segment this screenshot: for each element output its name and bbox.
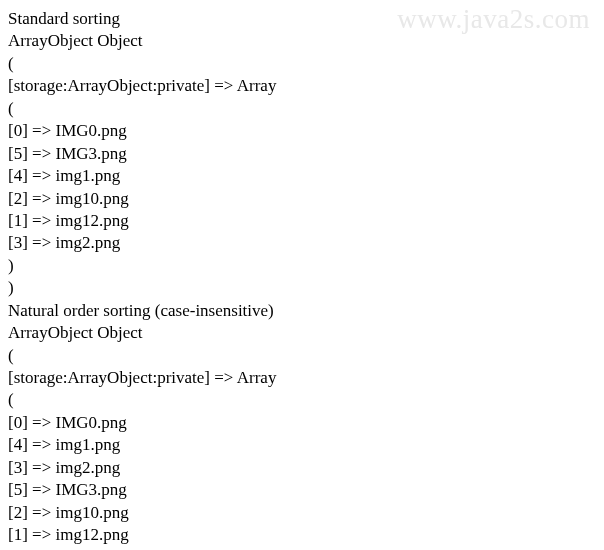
output-line: ( [8,53,604,75]
output-line: [3] => img2.png [8,232,604,254]
output-line: Natural order sorting (case-insensitive) [8,300,604,322]
output-line: ( [8,389,604,411]
output-line: [1] => img12.png [8,210,604,232]
watermark-text: www.java2s.com [397,2,590,38]
output-line: ( [8,345,604,367]
output-line: [2] => img10.png [8,502,604,524]
code-output: Standard sorting ArrayObject Object ( [s… [8,8,604,550]
output-line: [4] => img1.png [8,434,604,456]
output-line: [2] => img10.png [8,188,604,210]
output-line: ) [8,277,604,299]
output-line: ) [8,255,604,277]
output-line: [storage:ArrayObject:private] => Array [8,75,604,97]
output-line: ( [8,98,604,120]
output-line: [storage:ArrayObject:private] => Array [8,367,604,389]
output-line: [3] => img2.png [8,457,604,479]
output-line: [5] => IMG3.png [8,143,604,165]
output-line: ArrayObject Object [8,322,604,344]
output-line: [5] => IMG3.png [8,479,604,501]
output-line: [1] => img12.png [8,524,604,546]
output-line: [0] => IMG0.png [8,120,604,142]
output-line: [0] => IMG0.png [8,412,604,434]
output-line: ) [8,547,604,551]
output-line: [4] => img1.png [8,165,604,187]
